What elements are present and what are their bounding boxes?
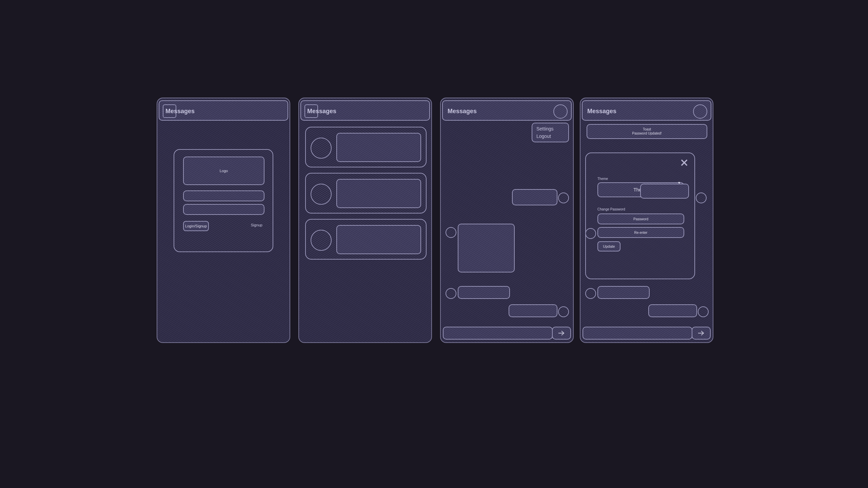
conversation-row[interactable] [305, 219, 427, 260]
login-card: Logo Login/Signup Signup [174, 149, 273, 252]
conversation-row[interactable] [305, 173, 427, 214]
username-input[interactable] [183, 190, 264, 201]
avatar-icon [698, 306, 709, 317]
send-button[interactable] [692, 327, 711, 340]
toast-body: Password Updated! [632, 131, 662, 136]
app-title: Messages [587, 108, 616, 115]
avatar-icon [585, 228, 596, 239]
avatar-icon [696, 192, 707, 203]
send-button[interactable] [552, 327, 571, 340]
avatar-icon [558, 306, 569, 317]
update-button[interactable]: Update [597, 241, 620, 251]
topbar: Messages [300, 100, 430, 121]
toast-title: Toast [643, 127, 651, 131]
menu-logout[interactable]: Logout [536, 134, 564, 139]
screen-settings: Messages Toast Password Updated! Theme T… [580, 98, 713, 343]
message-received [458, 286, 510, 299]
signup-link[interactable]: Signup [251, 223, 262, 227]
compose-input[interactable] [443, 327, 553, 340]
app-title: Messages [448, 108, 477, 115]
password-input[interactable] [183, 204, 264, 215]
avatar-icon [446, 227, 456, 238]
compose-input[interactable] [583, 327, 692, 340]
conversation-preview [336, 133, 421, 162]
screen-login: Messages Logo Login/Signup Signup [157, 98, 290, 343]
message-sent [648, 304, 697, 317]
close-icon[interactable] [679, 158, 689, 167]
avatar-icon [585, 288, 596, 299]
avatar-icon [446, 288, 456, 299]
avatar-icon [311, 184, 332, 205]
topbar: Messages [442, 100, 572, 121]
conversation-row[interactable] [305, 127, 427, 167]
password-confirm-input[interactable]: Re-enter [597, 227, 684, 238]
logo-box: Logo [183, 157, 264, 185]
avatar-icon [311, 230, 332, 251]
avatar-icon [558, 192, 569, 203]
logo-label: Logo [220, 169, 228, 173]
theme-option[interactable] [640, 184, 689, 199]
theme-label: Theme [597, 177, 608, 181]
message-sent [512, 189, 557, 205]
toast: Toast Password Updated! [587, 124, 707, 139]
settings-modal: Theme Theme ▾ Change Password Password R… [585, 152, 695, 279]
conversation-preview [336, 179, 421, 208]
change-password-label: Change Password [597, 207, 625, 211]
user-avatar[interactable] [553, 104, 568, 119]
app-title: Messages [307, 108, 336, 115]
user-avatar[interactable] [693, 104, 707, 119]
send-icon [558, 330, 565, 336]
password-input[interactable]: Password [597, 214, 684, 224]
app-title: Messages [165, 108, 195, 115]
topbar: Messages [159, 100, 288, 121]
avatar-icon [311, 138, 332, 159]
conversation-preview [336, 225, 421, 254]
topbar: Messages [582, 100, 711, 121]
user-menu: Settings Logout [532, 123, 569, 142]
menu-settings[interactable]: Settings [536, 126, 564, 131]
message-received [597, 286, 650, 299]
send-icon [697, 330, 705, 336]
screen-chat-menu: Messages Settings Logout [440, 98, 574, 343]
login-button[interactable]: Login/Signup [183, 221, 209, 231]
screen-conversations: Messages [298, 98, 432, 343]
message-received [458, 224, 515, 272]
message-sent [509, 304, 557, 317]
